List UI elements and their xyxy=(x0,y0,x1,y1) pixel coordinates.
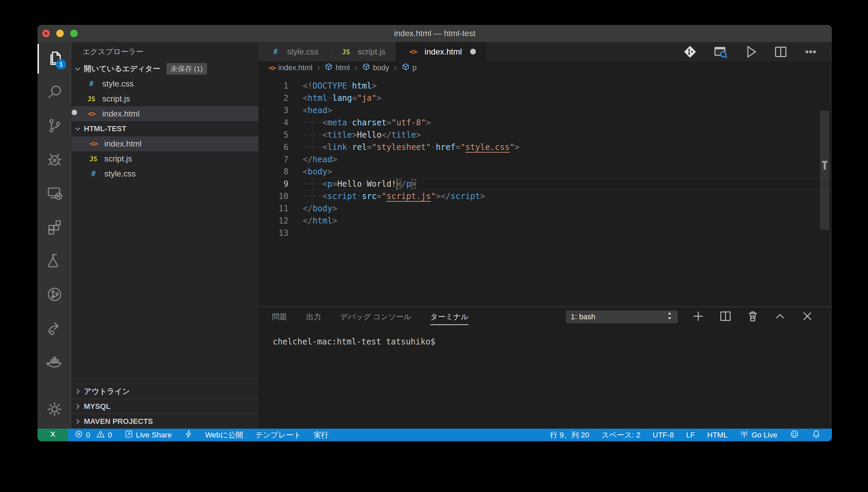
tree-item-style-css[interactable]: # style.css xyxy=(72,166,258,181)
encoding-status[interactable]: UTF-8 xyxy=(646,429,680,441)
panel-tab-problems[interactable]: 問題 xyxy=(272,312,287,322)
bolt-status[interactable] xyxy=(178,429,199,441)
activity-explorer[interactable]: 1 xyxy=(38,42,72,76)
activity-debug[interactable] xyxy=(38,143,72,177)
tab-index-html[interactable]: <> index.html xyxy=(396,42,486,61)
modified-dot-icon[interactable] xyxy=(470,49,476,55)
code-line-content: </head> xyxy=(303,153,832,166)
open-preview-button[interactable] xyxy=(713,44,728,60)
cursor-position[interactable]: 行 9、列 20 xyxy=(544,429,595,441)
chevron-right-icon xyxy=(72,403,84,410)
remote-indicator[interactable] xyxy=(38,429,68,441)
code-line[interactable]: 3<head> xyxy=(258,104,832,117)
section-outline[interactable]: アウトライン xyxy=(72,384,258,399)
code-line[interactable]: 8<body> xyxy=(258,166,832,178)
line-number: 13 xyxy=(258,227,288,239)
panel-tab-output[interactable]: 出力 xyxy=(306,312,321,322)
tree-item-index-html[interactable]: <> index.html xyxy=(72,136,258,151)
file-name: index.html xyxy=(102,109,139,119)
code-line-content: ····<title>Hello</title> xyxy=(303,129,832,141)
open-editor-index-html[interactable]: <> index.html xyxy=(72,106,258,121)
breadcrumb-file[interactable]: <> index.html xyxy=(269,63,312,72)
code-line[interactable]: 12</html> xyxy=(258,215,832,227)
section-maven-projects[interactable]: MAVEN PROJECTS xyxy=(72,414,258,429)
code-line[interactable]: 5····<title>Hello</title> xyxy=(258,129,832,141)
run-status-button[interactable]: 実行 xyxy=(308,429,335,441)
kill-terminal-button[interactable] xyxy=(746,309,760,324)
remote-monitor-icon xyxy=(46,185,63,203)
html-file-icon: <> xyxy=(85,110,98,118)
css-file-icon: # xyxy=(87,170,100,178)
section-mysql[interactable]: MYSQL xyxy=(72,399,258,414)
feedback-smiley-button[interactable] xyxy=(783,429,805,441)
search-icon xyxy=(46,84,63,102)
line-number: 11 xyxy=(258,202,288,215)
code-editor[interactable]: 1<!DOCTYPE·html>2<html·lang="ja">3<head>… xyxy=(258,74,832,312)
breadcrumb-p[interactable]: p xyxy=(402,63,417,73)
folder-name: HTML-TEST xyxy=(84,124,126,133)
code-line[interactable]: 1<!DOCTYPE·html> xyxy=(258,80,832,92)
gitlens-diamond-button[interactable] xyxy=(683,44,698,59)
editor-scrollbar[interactable] xyxy=(820,111,829,230)
line-number: 10 xyxy=(258,190,288,202)
terminal-select[interactable]: 1: bash xyxy=(566,310,678,323)
tree-item-script-js[interactable]: JS script.js xyxy=(72,151,258,166)
explorer-sidebar: エクスプローラー 開いているエディター 未保存 (1) # style.css … xyxy=(72,42,258,429)
indentation-status[interactable]: スペース: 2 xyxy=(595,429,646,441)
activity-remote-explorer[interactable] xyxy=(38,177,72,211)
activity-source-control[interactable] xyxy=(38,109,72,143)
open-editor-style-css[interactable]: # style.css xyxy=(72,76,258,91)
maximize-window-button[interactable] xyxy=(70,30,78,37)
terminal-output[interactable]: chelchel-mac:html-test tatsuhiko$ xyxy=(258,327,832,347)
code-line[interactable]: 11</body> xyxy=(258,202,832,215)
panel-tab-terminal[interactable]: ターミナル xyxy=(430,312,468,322)
code-line[interactable]: 2<html·lang="ja"> xyxy=(258,92,832,104)
code-line[interactable]: 4····<meta·charset="utf-8"> xyxy=(258,117,832,129)
maximize-panel-button[interactable] xyxy=(773,309,787,324)
activity-test[interactable] xyxy=(38,244,72,278)
code-line[interactable]: 6····<link·rel="stylesheet"·href="style.… xyxy=(258,141,832,153)
folder-header[interactable]: HTML-TEST xyxy=(72,121,258,136)
close-panel-button[interactable] xyxy=(800,309,814,324)
problems-status[interactable]: 0 0 xyxy=(68,429,118,441)
activity-live-share[interactable] xyxy=(38,312,72,345)
code-line[interactable]: 10····<script·src="script.js"></script> xyxy=(258,190,832,202)
activity-gitlens[interactable] xyxy=(38,278,72,312)
activity-search[interactable] xyxy=(38,76,72,109)
breadcrumb-html[interactable]: html xyxy=(325,63,350,73)
code-line[interactable]: 7</head> xyxy=(258,153,832,166)
line-number: 3 xyxy=(258,104,288,117)
minimize-window-button[interactable] xyxy=(56,30,64,37)
language-mode[interactable]: HTML xyxy=(701,429,734,441)
open-editors-header[interactable]: 開いているエディター 未保存 (1) xyxy=(72,61,258,76)
tab-script-js[interactable]: JS script.js xyxy=(329,42,396,61)
new-terminal-button[interactable] xyxy=(691,309,705,324)
file-name: style.css xyxy=(102,79,134,89)
code-line[interactable]: 9····<p>Hello·World!</p> xyxy=(258,178,832,190)
js-file-icon: JS xyxy=(85,95,98,103)
split-terminal-button[interactable] xyxy=(719,309,732,324)
live-share-status[interactable]: Live Share xyxy=(118,429,178,441)
code-line[interactable]: 13 xyxy=(258,227,832,239)
tab-style-css[interactable]: # style.css xyxy=(258,42,329,61)
breadcrumb-body[interactable]: body xyxy=(362,63,389,73)
split-editor-button[interactable] xyxy=(773,44,788,59)
line-number: 4 xyxy=(258,117,288,129)
open-editor-script-js[interactable]: JS script.js xyxy=(72,91,258,106)
panel-tab-debug-console[interactable]: デバッグ コンソール xyxy=(340,312,411,322)
activity-settings[interactable] xyxy=(38,391,72,429)
activity-bar: 1 xyxy=(38,42,72,429)
notifications-bell-button[interactable] xyxy=(805,429,827,441)
publish-web-button[interactable]: Webに公開 xyxy=(199,429,249,441)
more-actions-button[interactable] xyxy=(803,44,818,59)
smiley-icon xyxy=(790,429,799,441)
updown-arrows-icon xyxy=(666,311,673,322)
eol-status[interactable]: LF xyxy=(680,429,701,441)
template-button[interactable]: テンプレート xyxy=(249,429,308,441)
activity-docker[interactable] xyxy=(38,345,72,379)
go-live-button[interactable]: Go Live xyxy=(734,429,783,441)
activity-extensions[interactable] xyxy=(38,211,72,244)
close-window-button[interactable] xyxy=(42,30,50,37)
run-button[interactable] xyxy=(743,44,758,59)
code-line-content: <head> xyxy=(303,104,832,117)
